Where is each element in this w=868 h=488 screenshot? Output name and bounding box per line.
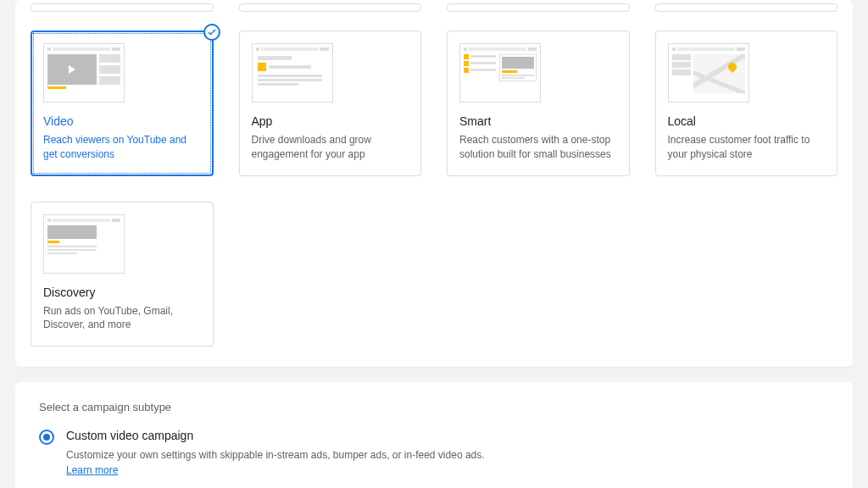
campaign-type-card-video[interactable]: Video Reach viewers on YouTube and get c… — [31, 30, 214, 176]
subtype-option-custom[interactable]: Custom video campaign Customize your own… — [39, 429, 829, 478]
learn-more-link[interactable]: Learn more — [66, 464, 118, 476]
card-title: Discovery — [43, 286, 201, 299]
radio-selected-icon[interactable] — [39, 430, 54, 445]
subtype-option-title: Custom video campaign — [66, 429, 507, 442]
campaign-type-card-local[interactable]: Local Increase customer foot traffic to … — [655, 30, 838, 176]
campaign-type-grid: Video Reach viewers on YouTube and get c… — [31, 30, 837, 347]
campaign-type-card-discovery[interactable]: Discovery Run ads on YouTube, Gmail, Dis… — [31, 202, 214, 347]
card-desc: Run ads on YouTube, Gmail, Discover, and… — [43, 304, 201, 333]
thumbnail-video — [43, 43, 125, 103]
campaign-type-card-app[interactable]: App Drive downloads and grow engagement … — [239, 30, 422, 176]
card-desc: Reach customers with a one-stop solution… — [459, 133, 617, 162]
thumbnail-smart — [459, 43, 541, 103]
thumbnail-discovery — [43, 214, 125, 274]
thumbnail-local — [668, 43, 749, 103]
campaign-subtype-panel: Select a campaign subtype Custom video c… — [15, 382, 853, 488]
subtype-heading: Select a campaign subtype — [39, 401, 829, 413]
card-title: Local — [668, 114, 826, 128]
selected-check-icon — [203, 24, 220, 41]
card-title: Video — [43, 114, 201, 128]
card-title: Smart — [459, 114, 617, 128]
card-title: App — [252, 114, 409, 128]
subtype-option-desc: Customize your own settings with skippab… — [66, 447, 507, 478]
previous-row-placeholder — [31, 3, 837, 19]
campaign-type-panel: Video Reach viewers on YouTube and get c… — [15, 0, 853, 367]
thumbnail-app — [252, 43, 333, 103]
campaign-type-card-smart[interactable]: Smart Reach customers with a one-stop so… — [447, 30, 630, 176]
card-desc: Increase customer foot traffic to your p… — [668, 133, 826, 162]
card-desc: Drive downloads and grow engagement for … — [252, 133, 409, 162]
card-desc: Reach viewers on YouTube and get convers… — [43, 133, 201, 162]
